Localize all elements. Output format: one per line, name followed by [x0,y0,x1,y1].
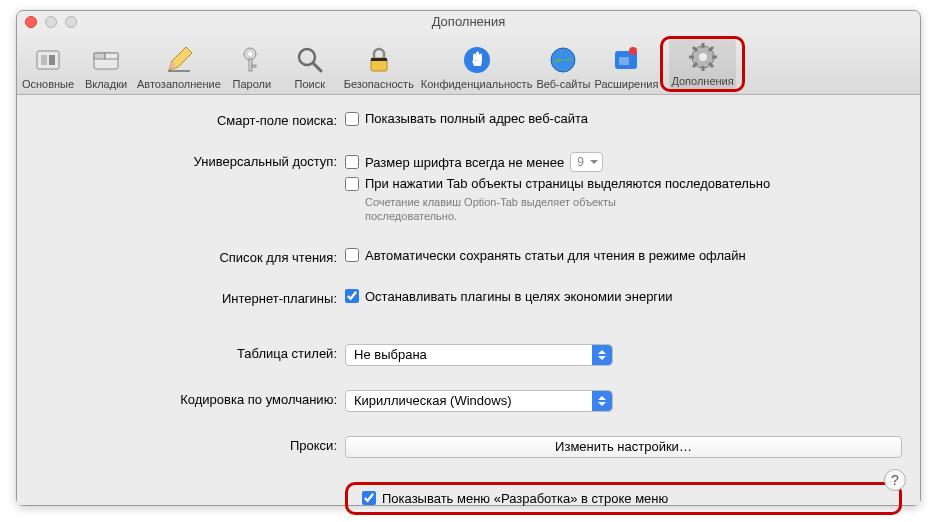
help-button[interactable]: ? [884,469,906,491]
tab-security[interactable]: Безопасность [339,42,419,92]
svg-rect-4 [94,53,105,59]
row-proxies: Прокси: Изменить настройки… [35,436,902,458]
select-min-font-size[interactable]: 9 [570,152,603,172]
tab-label: Безопасность [344,78,414,90]
tab-label: Вкладки [85,78,127,90]
tab-websites[interactable]: Веб-сайты [534,42,592,92]
svg-rect-0 [37,51,59,69]
preferences-window: Дополнения Основные Вкладки Автозаполнен… [16,10,921,506]
puzzle-icon [610,44,642,76]
chevron-updown-icon [592,391,612,411]
tab-label: Расширения [594,78,658,90]
tab-extensions[interactable]: Расширения [592,42,660,92]
svg-rect-5 [105,53,118,59]
key-icon [236,44,268,76]
label-encoding: Кодировка по умолчанию: [35,390,345,407]
hand-icon [461,44,493,76]
checkbox-show-full-url-label: Показывать полный адрес веб-сайта [365,111,588,126]
svg-point-23 [699,53,707,61]
lock-icon [363,44,395,76]
preferences-toolbar: Основные Вкладки Автозаполнение Пароли П [17,33,920,95]
label-proxies: Прокси: [35,436,345,453]
zoom-window-button[interactable] [65,16,77,28]
row-accessibility: Универсальный доступ: Размер шрифта всег… [35,152,902,224]
select-stylesheet-value: Не выбрана [354,347,427,362]
checkbox-min-font-size-label: Размер шрифта всегда не менее [365,155,564,170]
checkbox-show-full-url[interactable] [345,112,359,126]
checkbox-show-develop-menu[interactable] [362,491,376,505]
titlebar: Дополнения [17,11,920,33]
checkbox-min-font-size[interactable] [345,155,359,169]
highlight-advanced-tab: Дополнения [660,36,744,92]
tab-label: Конфиденциальность [421,78,533,90]
minimize-window-button[interactable] [45,16,57,28]
svg-line-14 [313,63,321,71]
svg-rect-1 [41,55,47,65]
tab-label: Дополнения [671,75,733,87]
window-title: Дополнения [432,14,506,29]
tab-privacy[interactable]: Конфиденциальность [419,42,535,92]
button-change-proxy-settings[interactable]: Изменить настройки… [345,436,902,458]
select-stylesheet[interactable]: Не выбрана [345,344,613,366]
row-encoding: Кодировка по умолчанию: Кириллическая (W… [35,390,902,412]
tab-tabs[interactable]: Вкладки [77,42,135,92]
general-icon [32,44,64,76]
globe-icon [547,44,579,76]
search-icon [294,44,326,76]
label-reading-list: Список для чтения: [35,248,345,265]
checkbox-show-develop-menu-label: Показывать меню «Разработка» в строке ме… [382,491,668,506]
gear-icon [687,41,719,73]
svg-point-21 [629,47,637,55]
label-smart-search: Смарт-поле поиска: [35,111,345,128]
tab-search[interactable]: Поиск [281,42,339,92]
hint-option-tab: Сочетание клавиш Option-Tab выделяет объ… [365,195,705,224]
chevron-updown-icon [592,345,612,365]
select-encoding-value: Кириллическая (Windows) [354,393,512,408]
tab-label: Поиск [295,78,325,90]
svg-rect-16 [371,58,387,61]
checkbox-stop-plugins[interactable] [345,289,359,303]
label-stylesheet: Таблица стилей: [35,344,345,361]
checkbox-save-offline[interactable] [345,248,359,262]
window-controls [25,16,77,28]
tab-label: Основные [22,78,74,90]
advanced-pane: Смарт-поле поиска: Показывать полный адр… [17,95,920,505]
svg-rect-2 [49,55,55,65]
label-plugins: Интернет-плагины: [35,289,345,306]
row-develop-menu: Показывать меню «Разработка» в строке ме… [35,482,902,515]
svg-rect-12 [252,65,256,67]
checkbox-save-offline-label: Автоматически сохранять статьи для чтени… [365,248,746,263]
row-smart-search: Смарт-поле поиска: Показывать полный адр… [35,111,902,128]
row-reading-list: Список для чтения: Автоматически сохраня… [35,248,902,265]
close-window-button[interactable] [25,16,37,28]
tab-label: Автозаполнение [137,78,221,90]
checkbox-stop-plugins-label: Останавливать плагины в целях экономии э… [365,289,673,304]
svg-point-10 [248,52,252,56]
pencil-icon [163,44,195,76]
tab-label: Пароли [233,78,272,90]
label-accessibility: Универсальный доступ: [35,152,345,169]
select-encoding[interactable]: Кириллическая (Windows) [345,390,613,412]
checkbox-tab-highlight[interactable] [345,177,359,191]
row-plugins: Интернет-плагины: Останавливать плагины … [35,289,902,306]
highlight-develop-menu: Показывать меню «Разработка» в строке ме… [345,482,902,515]
row-stylesheet: Таблица стилей: Не выбрана [35,344,902,366]
tab-label: Веб-сайты [536,78,590,90]
tab-advanced[interactable]: Дополнения [669,39,735,89]
checkbox-tab-highlight-label: При нажатии Tab объекты страницы выделяю… [365,176,770,191]
tab-general[interactable]: Основные [19,42,77,92]
svg-rect-8 [168,70,190,72]
tab-autofill[interactable]: Автозаполнение [135,42,223,92]
tabs-icon [90,44,122,76]
tab-passwords[interactable]: Пароли [223,42,281,92]
